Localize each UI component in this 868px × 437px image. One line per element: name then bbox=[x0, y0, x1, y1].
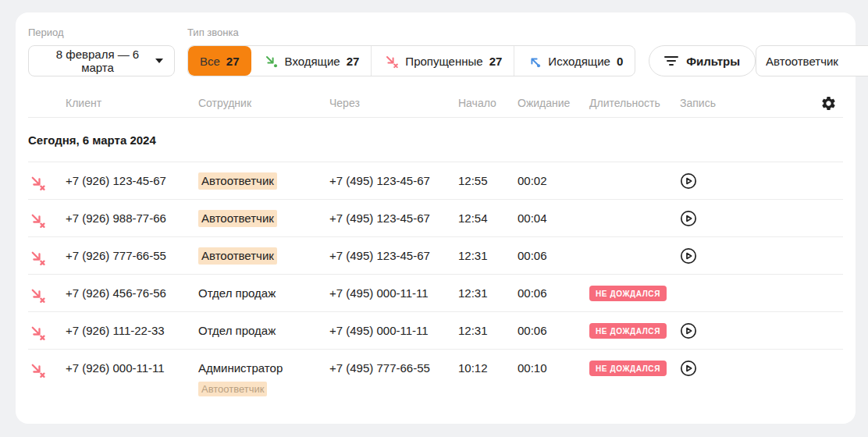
employee-name: Отдел продаж bbox=[198, 322, 329, 339]
via-phone: +7 (495) 123-45-67 bbox=[329, 172, 458, 190]
play-record-button[interactable] bbox=[680, 360, 697, 377]
client-phone: +7 (926) 123-45-67 bbox=[66, 172, 198, 190]
call-type-label: Тип звонка bbox=[187, 27, 635, 38]
period-value: 8 февраля — 6 марта bbox=[40, 48, 155, 74]
missed-call-icon bbox=[28, 361, 46, 378]
missed-call-icon bbox=[28, 173, 46, 191]
start-time: 12:31 bbox=[458, 247, 518, 265]
search-input[interactable] bbox=[766, 55, 868, 68]
start-time: 12:31 bbox=[458, 322, 518, 339]
toolbar: Период 8 февраля — 6 марта Тип звонка Вс… bbox=[28, 27, 843, 76]
segment-missed[interactable]: Пропущенные 27 bbox=[371, 46, 514, 76]
settings-gear-icon[interactable] bbox=[819, 94, 838, 113]
filter-icon bbox=[664, 55, 678, 66]
via-phone: +7 (495) 123-45-67 bbox=[329, 210, 458, 227]
segment-outgoing-label: Исходящие bbox=[548, 55, 610, 68]
client-phone: +7 (926) 456-76-56 bbox=[66, 285, 198, 302]
segment-incoming-count: 27 bbox=[347, 55, 360, 68]
period-label: Период bbox=[28, 27, 175, 38]
client-phone: +7 (926) 777-66-55 bbox=[66, 247, 198, 265]
play-record-button[interactable] bbox=[680, 210, 697, 227]
search-box bbox=[756, 45, 868, 76]
via-phone: +7 (495) 123-45-67 bbox=[329, 247, 458, 265]
segment-incoming-label: Входящие bbox=[285, 55, 340, 68]
wait-time: 00:10 bbox=[518, 360, 589, 377]
employee-name: Отдел продаж bbox=[198, 285, 329, 302]
period-dropdown[interactable]: 8 февраля — 6 марта bbox=[28, 45, 175, 76]
chevron-down-icon bbox=[155, 59, 163, 63]
filters-button[interactable]: Фильтры bbox=[649, 45, 756, 76]
segment-all-count: 27 bbox=[226, 55, 240, 68]
missed-call-icon bbox=[28, 248, 46, 266]
wait-time: 00:04 bbox=[518, 210, 589, 227]
no-answer-badge: НЕ ДОЖДАЛСЯ bbox=[589, 286, 667, 301]
call-row[interactable]: +7 (926) 988-77-66 Автоответчик +7 (495)… bbox=[28, 200, 843, 237]
date-section-row: Сегодня, 6 марта 2024 bbox=[28, 118, 843, 162]
call-row[interactable]: +7 (926) 123-45-67 Автоответчик +7 (495)… bbox=[28, 162, 843, 200]
wait-time: 00:06 bbox=[518, 322, 589, 339]
employee-tag: Автоответчик bbox=[198, 382, 267, 396]
play-record-button[interactable] bbox=[680, 172, 697, 190]
start-time: 12:31 bbox=[458, 285, 518, 302]
segment-missed-label: Пропущенные bbox=[405, 55, 482, 68]
table-header-record: Запись bbox=[680, 97, 716, 109]
table-header-wait: Ожидание bbox=[518, 97, 589, 109]
client-phone: +7 (926) 000-11-11 bbox=[66, 360, 198, 377]
incoming-call-icon bbox=[263, 53, 279, 69]
via-phone: +7 (495) 000-11-11 bbox=[329, 285, 458, 302]
start-time: 12:55 bbox=[458, 172, 518, 190]
segment-all[interactable]: Все 27 bbox=[188, 46, 251, 76]
table-header-row: Клиент Сотрудник Через Начало Ожидание Д… bbox=[28, 89, 843, 118]
via-phone: +7 (495) 777-66-55 bbox=[329, 360, 458, 377]
employee-tag: Автоответчик bbox=[198, 172, 277, 190]
table-header-start: Начало bbox=[458, 97, 518, 109]
missed-call-icon bbox=[383, 53, 399, 69]
wait-time: 00:06 bbox=[518, 247, 589, 265]
play-record-button[interactable] bbox=[680, 247, 697, 265]
call-row[interactable]: +7 (926) 000-11-11 Администратор Автоотв… bbox=[28, 350, 843, 406]
start-time: 10:12 bbox=[458, 360, 518, 377]
call-row[interactable]: +7 (926) 111-22-33 Отдел продаж +7 (495)… bbox=[28, 312, 843, 350]
wait-time: 00:06 bbox=[518, 285, 589, 302]
outgoing-call-icon bbox=[526, 53, 542, 69]
client-phone: +7 (926) 988-77-66 bbox=[66, 210, 198, 227]
employee-name: Администратор bbox=[198, 360, 329, 377]
wait-time: 00:02 bbox=[518, 172, 589, 190]
call-row[interactable]: +7 (926) 777-66-55 Автоответчик +7 (495)… bbox=[28, 237, 843, 275]
table-header-via: Через bbox=[329, 97, 458, 109]
table-header-client: Клиент bbox=[66, 97, 198, 109]
segment-incoming[interactable]: Входящие 27 bbox=[251, 46, 372, 76]
start-time: 12:54 bbox=[458, 210, 518, 227]
table-header-duration: Длительность bbox=[589, 97, 680, 109]
segment-all-label: Все bbox=[200, 55, 220, 68]
via-phone: +7 (495) 000-11-11 bbox=[329, 322, 458, 339]
call-type-segmented-control: Все 27 Входящие 27 Пропущенные 27 Исходя… bbox=[187, 45, 635, 76]
play-record-button[interactable] bbox=[680, 322, 697, 339]
missed-call-icon bbox=[28, 323, 46, 341]
segment-missed-count: 27 bbox=[489, 55, 503, 68]
employee-tag: Автоответчик bbox=[198, 247, 277, 265]
no-answer-badge: НЕ ДОЖДАЛСЯ bbox=[589, 361, 667, 376]
table-header-employee: Сотрудник bbox=[198, 97, 329, 109]
segment-outgoing[interactable]: Исходящие 0 bbox=[514, 46, 635, 76]
section-date-header: Сегодня, 6 марта 2024 bbox=[28, 133, 156, 147]
client-phone: +7 (926) 111-22-33 bbox=[66, 322, 198, 339]
employee-tag: Автоответчик bbox=[198, 210, 277, 227]
call-row[interactable]: +7 (926) 456-76-56 Отдел продаж +7 (495)… bbox=[28, 275, 843, 312]
call-log-panel: Период 8 февраля — 6 марта Тип звонка Вс… bbox=[16, 12, 856, 424]
no-answer-badge: НЕ ДОЖДАЛСЯ bbox=[589, 323, 667, 339]
segment-outgoing-count: 0 bbox=[617, 55, 623, 68]
missed-call-icon bbox=[28, 286, 46, 304]
filters-button-label: Фильтры bbox=[686, 55, 740, 68]
missed-call-icon bbox=[28, 211, 46, 229]
